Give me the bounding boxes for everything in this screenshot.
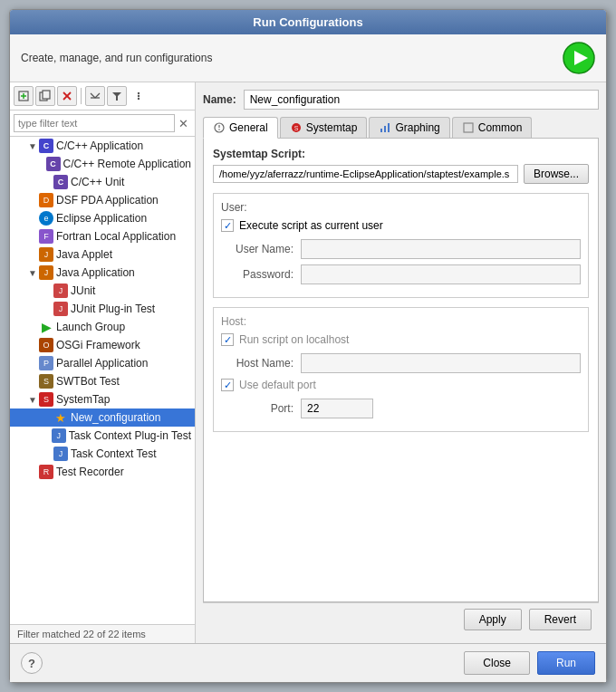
- revert-button[interactable]: Revert: [529, 609, 592, 630]
- tab-general-label: General: [229, 121, 268, 134]
- password-label: Password:: [221, 268, 294, 281]
- sidebar-item-c-cpp-unit[interactable]: C C/C++ Unit: [10, 173, 195, 191]
- script-row: Browse...: [213, 164, 589, 184]
- dialog-subtitle-row: Create, manage, and run configurations: [10, 34, 606, 82]
- java-applet-icon: J: [39, 247, 53, 262]
- sidebar-item-launch-group[interactable]: ▶ Launch Group: [10, 318, 195, 336]
- script-section: Systemtap Script: Browse...: [213, 148, 589, 184]
- osgi-icon: O: [39, 338, 53, 352]
- sidebar-item-label: OSGi Framework: [56, 339, 140, 351]
- host-section-title: Host:: [221, 315, 581, 328]
- sidebar-item-label: DSF PDA Application: [56, 194, 159, 207]
- main-actions: Apply Revert: [203, 602, 599, 636]
- duplicate-config-button[interactable]: [35, 86, 55, 106]
- graphing-tab-icon: [379, 121, 391, 134]
- sidebar-item-label: C/C++ Remote Application: [63, 158, 191, 170]
- filter-clear-button[interactable]: ✕: [175, 115, 191, 131]
- systemtap-icon: S: [39, 392, 53, 407]
- name-input[interactable]: [244, 90, 599, 110]
- filter-button[interactable]: [107, 86, 127, 106]
- tab-common[interactable]: Common: [452, 117, 533, 138]
- junit-icon: J: [53, 284, 68, 298]
- run-localhost-checkbox[interactable]: [221, 333, 234, 346]
- sidebar-item-label: C/C++ Unit: [71, 176, 124, 188]
- sidebar-item-new-config[interactable]: ★ New_configuration: [10, 408, 195, 427]
- user-section: User: Execute script as current user Use…: [213, 193, 589, 298]
- junit-plugin-icon: J: [53, 302, 68, 316]
- tab-graphing[interactable]: Graphing: [369, 117, 449, 138]
- sidebar-item-osgi[interactable]: O OSGi Framework: [10, 336, 195, 354]
- sidebar-item-swtbot[interactable]: S SWTBot Test: [10, 372, 195, 390]
- sidebar-toolbar: [10, 82, 195, 111]
- hostname-label: Host Name:: [221, 357, 294, 370]
- common-tab-icon: [462, 121, 475, 134]
- execute-script-row: Execute script as current user: [221, 219, 581, 232]
- sidebar: ✕ ▼ C C/C++ Application C C/C++ Remote A…: [10, 82, 196, 643]
- svg-point-14: [138, 95, 140, 97]
- sidebar-footer: Filter matched 22 of 22 items: [10, 624, 195, 643]
- sidebar-item-label: SWTBot Test: [56, 375, 120, 388]
- tree-view: ▼ C C/C++ Application C C/C++ Remote App…: [10, 137, 195, 624]
- help-button[interactable]: ?: [21, 652, 43, 674]
- dsf-icon: D: [39, 193, 53, 207]
- sidebar-item-fortran[interactable]: F Fortran Local Application: [10, 227, 195, 245]
- sidebar-item-c-cpp-remote[interactable]: C C/C++ Remote Application: [10, 155, 195, 173]
- password-input[interactable]: [301, 264, 581, 284]
- tab-graphing-label: Graphing: [395, 121, 439, 134]
- sidebar-item-java-applet[interactable]: J Java Applet: [10, 245, 195, 264]
- name-row: Name:: [203, 90, 599, 110]
- sidebar-item-task-plugin[interactable]: J Task Context Plug-in Test: [10, 427, 195, 445]
- collapse-all-button[interactable]: [85, 86, 105, 106]
- fortran-icon: F: [39, 229, 53, 244]
- sidebar-item-eclipse[interactable]: e Eclipse Application: [10, 209, 195, 227]
- menu-button[interactable]: [129, 86, 149, 106]
- script-path-input[interactable]: [213, 165, 518, 183]
- task-plugin-icon: J: [52, 428, 66, 443]
- java-icon: J: [39, 265, 53, 280]
- cpp-icon: C: [46, 157, 61, 171]
- expand-arrow-java: ▼: [28, 268, 39, 278]
- svg-point-15: [138, 98, 140, 100]
- delete-config-button[interactable]: [57, 86, 77, 106]
- tab-general[interactable]: General: [203, 117, 278, 139]
- filter-input[interactable]: [14, 114, 175, 132]
- sidebar-item-java-app[interactable]: ▼ J Java Application: [10, 264, 195, 282]
- apply-button[interactable]: Apply: [464, 609, 522, 630]
- hostname-input[interactable]: [301, 353, 581, 373]
- run-button[interactable]: Run: [537, 651, 595, 675]
- browse-button[interactable]: Browse...: [524, 164, 589, 184]
- c-cpp-icon: C: [39, 139, 53, 153]
- dialog-subtitle-text: Create, manage, and run configurations: [21, 52, 212, 64]
- main-panel: Name: General S Systemtap Graphing: [196, 82, 606, 643]
- svg-text:S: S: [294, 125, 298, 131]
- new-config-button[interactable]: [14, 86, 34, 106]
- tab-common-label: Common: [478, 121, 523, 134]
- sidebar-item-parallel[interactable]: P Parallel Application: [10, 354, 195, 372]
- expand-arrow-systemtap: ▼: [28, 395, 39, 405]
- default-port-checkbox[interactable]: [221, 379, 234, 391]
- dialog-footer: ? Close Run: [10, 643, 606, 682]
- sidebar-item-label: JUnit: [71, 284, 95, 297]
- username-input[interactable]: [301, 239, 581, 259]
- svg-rect-23: [388, 123, 390, 132]
- svg-rect-21: [380, 129, 382, 132]
- execute-script-label: Execute script as current user: [239, 219, 383, 232]
- sidebar-item-junit[interactable]: J JUnit: [10, 282, 195, 300]
- tab-systemtap[interactable]: S Systemtap: [280, 117, 368, 138]
- execute-script-checkbox[interactable]: [221, 219, 234, 232]
- run-configurations-dialog: Run Configurations Create, manage, and r…: [9, 9, 607, 683]
- port-row: Port:: [221, 399, 581, 418]
- swt-icon: S: [39, 374, 53, 389]
- sidebar-item-junit-plugin[interactable]: J JUnit Plug-in Test: [10, 300, 195, 318]
- sidebar-item-dsf[interactable]: D DSF PDA Application: [10, 191, 195, 209]
- sidebar-item-c-cpp-app[interactable]: ▼ C C/C++ Application: [10, 137, 195, 155]
- svg-line-9: [91, 93, 95, 98]
- sidebar-item-label: Parallel Application: [56, 357, 148, 370]
- sidebar-item-test-recorder[interactable]: R Test Recorder: [10, 463, 195, 481]
- run-icon: [563, 42, 595, 74]
- sidebar-item-systemtap[interactable]: ▼ S SystemTap: [10, 390, 195, 408]
- sidebar-item-label: JUnit Plug-in Test: [71, 303, 155, 315]
- sidebar-item-task-context[interactable]: J Task Context Test: [10, 445, 195, 463]
- close-button[interactable]: Close: [464, 651, 530, 675]
- port-input[interactable]: [301, 399, 373, 418]
